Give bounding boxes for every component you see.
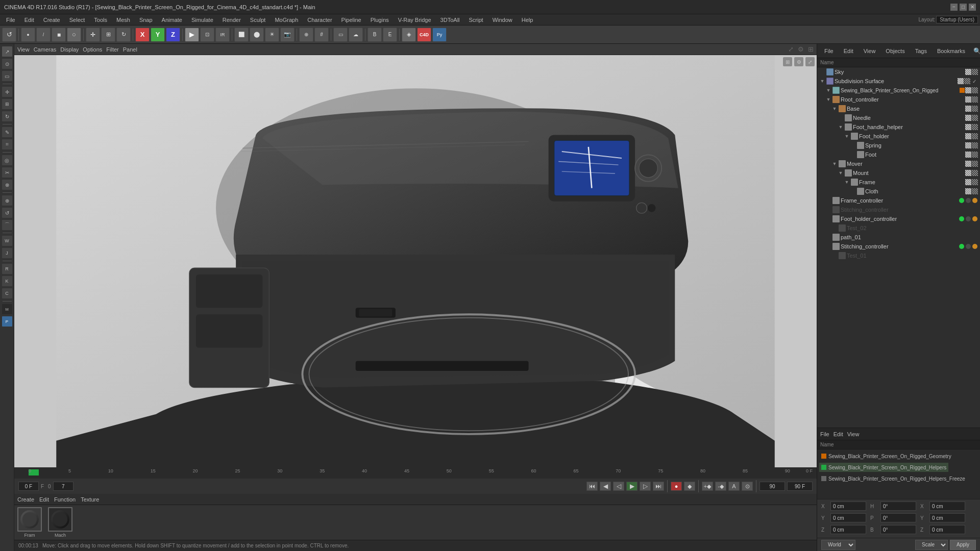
- obj-frame[interactable]: ▼ Frame: [817, 178, 980, 187]
- magnet-tool[interactable]: ◎: [2, 155, 13, 166]
- 3d-viewport[interactable]: ⊞ ⚙ ⤢: [14, 55, 817, 467]
- vt-options[interactable]: Options: [83, 46, 102, 53]
- weld-tool[interactable]: ⊗: [2, 179, 13, 190]
- ik-tool[interactable]: K: [2, 276, 13, 287]
- vt-filter[interactable]: Filter: [106, 46, 118, 53]
- fps-field[interactable]: [760, 482, 785, 491]
- joint-tool[interactable]: J: [2, 247, 13, 259]
- z-axis-button[interactable]: Z: [166, 28, 180, 42]
- menu-plugins[interactable]: Plugins: [366, 16, 393, 24]
- object-mode-button[interactable]: ○: [67, 28, 81, 42]
- p-field[interactable]: [880, 513, 916, 522]
- obj-spring[interactable]: Spring: [817, 141, 980, 150]
- menu-mesh[interactable]: Mesh: [112, 16, 134, 24]
- lower-edit[interactable]: Edit: [834, 431, 843, 437]
- obj-foot[interactable]: Foot: [817, 150, 980, 159]
- scale-tool[interactable]: ⊞: [2, 98, 13, 110]
- obj-edit[interactable]: Edit: [840, 47, 857, 55]
- material-mach[interactable]: Mach: [47, 507, 74, 538]
- go-end-button[interactable]: ⏭: [653, 482, 664, 491]
- mat-create[interactable]: Create: [17, 496, 34, 503]
- play-button[interactable]: ▶: [626, 482, 638, 491]
- subdiv-arrow[interactable]: ▼: [819, 79, 825, 84]
- layout-selector[interactable]: Startup (Users): [936, 16, 978, 23]
- polygon-mode-button[interactable]: ◼: [52, 28, 66, 42]
- obj-stitch-ctrl2[interactable]: Stitching_controller: [817, 242, 980, 251]
- menu-simulate[interactable]: Simulate: [187, 16, 217, 24]
- menu-mograph[interactable]: MoGraph: [271, 16, 302, 24]
- x-pos-field[interactable]: [830, 502, 866, 511]
- vp-icon-3[interactable]: ⤢: [805, 57, 815, 66]
- root-arrow[interactable]: ▼: [825, 97, 831, 102]
- sky-btn[interactable]: ☁: [349, 28, 363, 42]
- time-field[interactable]: [53, 482, 74, 491]
- lower-item-helpers[interactable]: Sewing_Black_Printer_Screen_On_Rigged_He…: [819, 463, 948, 472]
- obj-subdiv[interactable]: ▼ Subdivision Surface ✓: [817, 77, 980, 86]
- move-tool[interactable]: ✛: [2, 86, 13, 97]
- close-button[interactable]: ✕: [969, 4, 976, 11]
- mat-texture[interactable]: Texture: [81, 496, 99, 503]
- menu-create[interactable]: Create: [39, 16, 64, 24]
- obj-file[interactable]: File: [820, 47, 838, 55]
- grid-btn[interactable]: #: [314, 28, 329, 42]
- minimize-button[interactable]: −: [950, 4, 958, 11]
- obj-sky[interactable]: Sky: [817, 67, 980, 77]
- obj-test01[interactable]: Test_01: [817, 251, 980, 260]
- go-start-button[interactable]: ⏮: [586, 482, 598, 491]
- play-backwards-button[interactable]: ◁: [613, 482, 624, 491]
- add-keyframe-btn[interactable]: +◆: [702, 482, 713, 491]
- light-btn[interactable]: ☀: [265, 28, 279, 42]
- obj-root-ctrl[interactable]: ▼ Root_controller: [817, 95, 980, 104]
- del-keyframe-btn[interactable]: -◆: [715, 482, 726, 491]
- end-frame-field[interactable]: [787, 482, 813, 491]
- maximize-button[interactable]: □: [960, 4, 967, 11]
- material-fram[interactable]: Fram: [16, 507, 43, 538]
- weight-tool[interactable]: W: [2, 235, 13, 246]
- obj-sewing[interactable]: ▼ Sewing_Black_Printer_Screen_On_Rigged: [817, 86, 980, 95]
- obj-foot-holder-ctrl[interactable]: Foot_holder_controller: [817, 214, 980, 223]
- python-btn[interactable]: Py: [432, 28, 447, 42]
- obj-frame-ctrl[interactable]: Frame_controller: [817, 196, 980, 205]
- twist-tool[interactable]: ↺: [2, 207, 13, 218]
- boole-btn[interactable]: B: [368, 28, 382, 42]
- y-size-field[interactable]: [929, 513, 965, 522]
- obj-cloth[interactable]: Cloth: [817, 187, 980, 196]
- obj-view[interactable]: View: [860, 47, 880, 55]
- viewport-settings[interactable]: ⚙: [798, 45, 804, 53]
- foot-handle-arrow[interactable]: ▼: [838, 124, 844, 130]
- scale-tool-button[interactable]: ⊞: [101, 28, 115, 42]
- obj-base[interactable]: ▼ Base: [817, 104, 980, 113]
- pen-tool[interactable]: ✎: [2, 127, 13, 138]
- current-frame-field[interactable]: [18, 482, 39, 491]
- vp-icon-1[interactable]: ⊞: [783, 57, 792, 66]
- lower-item-helpers-freeze[interactable]: Sewing_Black_Printer_Screen_On_Rigged_He…: [819, 474, 967, 483]
- next-frame-button[interactable]: ▷: [640, 482, 651, 491]
- apply-button[interactable]: Apply: [950, 540, 976, 550]
- obj-needle[interactable]: Needle: [817, 113, 980, 122]
- cube-btn[interactable]: ⬜: [234, 28, 249, 42]
- mat-edit[interactable]: Edit: [39, 496, 49, 503]
- bend-tool[interactable]: ⌒: [2, 219, 13, 231]
- rotate-tool-button[interactable]: ↻: [116, 28, 131, 42]
- brush-tool[interactable]: ⌗: [2, 139, 13, 150]
- lower-item-geometry[interactable]: Sewing_Black_Printer_Screen_On_Rigged_Ge…: [819, 452, 953, 461]
- vp-icon-2[interactable]: ⚙: [794, 57, 803, 66]
- z-size-field[interactable]: [929, 525, 965, 534]
- menu-animate[interactable]: Animate: [158, 16, 186, 24]
- live-selection[interactable]: ⊙: [2, 58, 13, 69]
- cinema4d-logo[interactable]: C4D: [417, 28, 431, 42]
- lower-file[interactable]: File: [820, 431, 829, 437]
- python-side-btn[interactable]: P: [2, 316, 13, 327]
- key-button[interactable]: ◆: [684, 482, 695, 491]
- mat-function[interactable]: Function: [54, 496, 76, 503]
- menu-file[interactable]: File: [2, 16, 19, 24]
- vt-display[interactable]: Display: [60, 46, 79, 53]
- menu-snap[interactable]: Snap: [135, 16, 157, 24]
- scale-selector[interactable]: Scale Size: [915, 540, 948, 550]
- menu-select[interactable]: Select: [65, 16, 89, 24]
- key-all-btn[interactable]: ⊙: [742, 482, 753, 491]
- cloth-tool[interactable]: C: [2, 288, 13, 299]
- lower-view[interactable]: View: [847, 431, 860, 437]
- snap-btn[interactable]: ⊕: [299, 28, 313, 42]
- menu-edit[interactable]: Edit: [20, 16, 38, 24]
